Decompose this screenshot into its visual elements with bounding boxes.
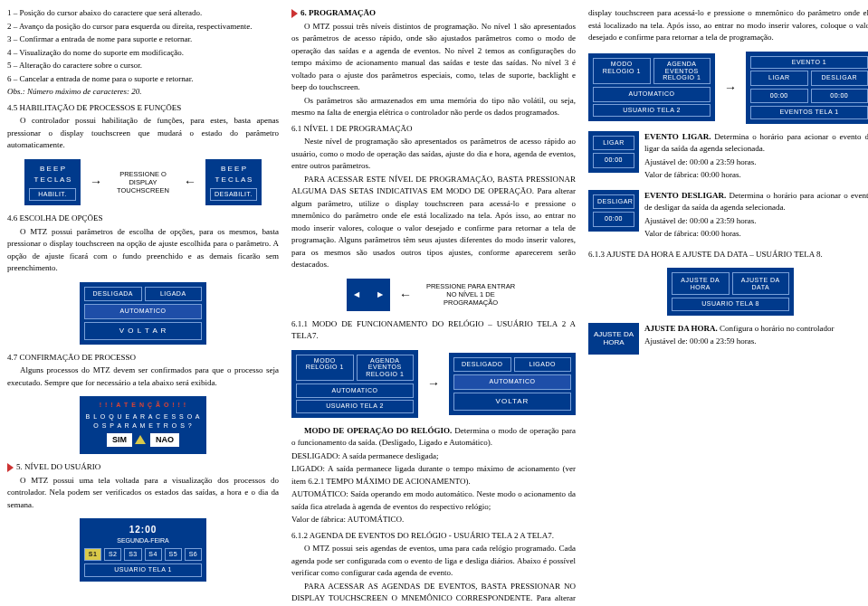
- screen-evento1: EVENTO 1 LIGAR DESLIGAR 00:00 00:00 EVEN…: [746, 52, 868, 124]
- opt-automatico: AUTOMATICO: [84, 304, 202, 319]
- time-ligar: 00:00: [750, 89, 808, 104]
- paragraph: O controlador possui habilitação de funç…: [7, 115, 279, 152]
- triangle-icon: [7, 463, 14, 472]
- section-4-5: 4.5 HABILITAÇÃO DE PROCESSOS E FUNÇÕES: [7, 102, 279, 115]
- line: 6 – Cancelar a entrada de nome para o su…: [7, 73, 279, 86]
- section-6-title: 6. PROGRAMAÇÃO: [300, 8, 376, 17]
- btn-desligar: DESLIGAR: [593, 194, 634, 210]
- screen-modo-opts: DESLIGADO LIGADO AUTOMATICO VOLTAR: [449, 353, 576, 415]
- diagram-modo-relogio: MODO RELOGIO 1 AGENDA EVENTOS RELOGIO 1 …: [291, 350, 576, 418]
- paragraph: EVENTO LIGAR. Determina o horário para a…: [644, 131, 868, 156]
- s2: S2: [104, 548, 121, 562]
- paragraph: Os parâmetros são armazenados em uma mem…: [291, 95, 576, 119]
- section-6-1-2: 6.1.2 AGENDA DE EVENTOS DO RELÓGIO - USU…: [291, 530, 576, 543]
- screen-beep-desabilit: B E E P T E C L A S DESABILIT.: [205, 159, 262, 206]
- row-evento-desligar: DESLIGAR 00:00 EVENTO DESLIGAR. Determin…: [588, 190, 868, 241]
- line: LIGADO: A saída permanece ligada durante…: [291, 463, 576, 488]
- label: T E C L A S: [210, 175, 257, 185]
- time-desligar: 00:00: [811, 89, 869, 104]
- arrow-right-icon: →: [724, 81, 737, 94]
- line: Ajustável de: 00:00 a 23:59 horas.: [644, 215, 868, 228]
- screen-ajuste-hora: AJUSTE DA HORA: [588, 323, 639, 355]
- opt-ligado: LIGADO: [514, 357, 572, 373]
- line: 2 – Avanço da posição do cursor para esq…: [7, 21, 279, 33]
- subhead: EVENTO DESLIGAR.: [644, 191, 726, 200]
- state-desabilit: DESABILIT.: [210, 188, 257, 202]
- line: 4 – Visualização do nome do suporte em m…: [7, 47, 279, 60]
- weekday: SEGUNDA-FEIRA: [84, 536, 202, 546]
- line: AUTOMÁTICO: Saída operando em modo autom…: [291, 488, 576, 513]
- usuario-tela-2: USUARIO TELA 2: [593, 104, 711, 118]
- screen-beep-habilit: B E E P T E C L A S HABILIT.: [24, 159, 81, 206]
- screen-ligar: LIGAR 00:00: [588, 131, 639, 173]
- btn-agenda-eventos: AGENDA EVENTOS RELOGIO 1: [653, 58, 711, 84]
- opt-desligada: DESLIGADA: [84, 287, 142, 302]
- screen-opcoes: DESLIGADA LIGADA AUTOMATICO V O L T A R: [80, 282, 206, 345]
- state-habilit: HABILIT.: [29, 188, 76, 202]
- screen-ajuste: AJUSTE DA HORA AJUSTE DA DATA USUARIO TE…: [667, 268, 794, 316]
- caption: PRESSIONE PARA ENTRAR NO NÍVEL 1 DE PROG…: [421, 282, 520, 307]
- section-4-7: 4.7 CONFIRMAÇÃO DE PROCESSO: [7, 352, 279, 365]
- usuario-tela-8: USUARIO TELA 8: [672, 298, 789, 311]
- row-ajuste-hora: AJUSTE DA HORA AJUSTE DA HORA. Configura…: [588, 323, 868, 355]
- screen-agenda-src: MODO RELOGIO 1 AGENDA EVENTOS RELOGIO 1 …: [588, 53, 715, 121]
- usuario-tela-1: USUARIO TELA 1: [84, 563, 202, 577]
- btn-desligar: DESLIGAR: [811, 71, 869, 86]
- warning-icon: [135, 435, 146, 444]
- line: Ajustável de: 00:00 a 23:59 horas.: [644, 336, 868, 348]
- section-4-6: 4.6 ESCOLHA DE OPÇÕES: [7, 213, 279, 225]
- diagram-enter-level1: ◀ ▶ ← PRESSIONE PARA ENTRAR NO NÍVEL 1 D…: [291, 279, 576, 311]
- section-6-1-3: 6.1.3 AJUSTE DA HORA E AJUSTE DA DATA – …: [588, 249, 868, 261]
- paragraph: PARA ACESSAR AS AGENDAS DE EVENTOS, BAST…: [291, 581, 576, 606]
- lbl-automatico: AUTOMATICO: [593, 87, 711, 102]
- section-5: 5. NÍVEL DO USUÁRIO: [7, 461, 279, 474]
- line: Valor de fábrica: 00:00 horas.: [644, 169, 868, 182]
- btn-ligar: LIGAR: [593, 136, 634, 151]
- btn-modo-relogio: MODO RELOGIO 1: [296, 355, 354, 381]
- paragraph: O MTZ possui seis agendas de eventos, um…: [291, 543, 576, 580]
- btn-voltar: VOLTAR: [453, 393, 571, 411]
- paragraph: Alguns processos do MTZ devem ser confir…: [7, 365, 279, 389]
- paragraph: MODO DE OPERAÇÃO DO RELÓGIO. Determina o…: [291, 425, 576, 450]
- btn-sim: SIM: [107, 433, 132, 448]
- lbl-automatico: AUTOMATICO: [296, 383, 414, 399]
- line: DESLIGADO: A saída permanece desligada;: [291, 450, 576, 463]
- paragraph: O MTZ possui uma tela voltada para a vis…: [7, 475, 279, 512]
- paragraph: Neste nível de programação são apresenta…: [291, 136, 576, 173]
- triangle-icon: [291, 9, 298, 18]
- section-5-title: 5. NÍVEL DO USUÁRIO: [16, 462, 100, 471]
- usuario-tela-2: USUARIO TELA 2: [296, 400, 414, 413]
- diagram-opcoes: DESLIGADA LIGADA AUTOMATICO V O L T A R: [7, 282, 279, 345]
- column-2: 6. PROGRAMAÇÃO O MTZ possui três níveis …: [291, 7, 576, 606]
- btn-ajuste-data: AJUSTE DA DATA: [732, 272, 790, 295]
- arrow-left-icon: ←: [184, 175, 196, 188]
- s3: S3: [124, 548, 141, 562]
- btn-ligar: LIGAR: [750, 71, 808, 86]
- paragraph: display touchscreen para acessá-lo e pre…: [588, 7, 868, 44]
- btn-agenda-eventos: AGENDA EVENTOS RELOGIO 1: [357, 355, 415, 381]
- caption: PRESSIONE O DISPLAY TOUCHSCREEN: [111, 170, 175, 194]
- s6: S6: [185, 548, 202, 562]
- paragraph: EVENTO DESLIGAR. Determina o horário par…: [644, 190, 868, 214]
- eventos-tela-1: EVENTOS TELA 1: [750, 106, 868, 119]
- btn-voltar: V O L T A R: [84, 322, 202, 340]
- time: 00:00: [593, 153, 634, 168]
- section-6-1: 6.1 NÍVEL 1 DE PROGRAMAÇÃO: [291, 123, 576, 136]
- opt-automatico: AUTOMATICO: [453, 374, 571, 390]
- subhead: EVENTO LIGAR.: [644, 132, 711, 141]
- screen-desligar: DESLIGAR 00:00: [588, 190, 639, 232]
- lbl-ajuste-hora: AJUSTE DA HORA: [593, 330, 634, 347]
- line: 5 – Alteração do caractere sobre o curso…: [7, 60, 279, 72]
- line: Valor de fábrica: AUTOMÁTICO.: [291, 514, 576, 526]
- line: 1 – Posição do cursor abaixo do caracter…: [7, 7, 279, 20]
- s5: S5: [165, 548, 182, 562]
- section-6-1-1: 6.1.1 MODO DE FUNCIONAMENTO DO RELÓGIO –…: [291, 318, 576, 343]
- paragraph: PARA ACESSAR ESTE NÍVEL DE PROGRAMAÇÃO, …: [291, 174, 576, 271]
- diagram-ajuste: AJUSTE DA HORA AJUSTE DA DATA USUARIO TE…: [588, 268, 868, 316]
- s1: S1: [84, 548, 101, 562]
- text: Configura o horário no controlador: [718, 324, 835, 333]
- warn-question: B L O Q U E A R A C E S S O A O S P A R …: [84, 412, 202, 431]
- label: B E E P: [29, 164, 76, 175]
- subhead: MODO DE OPERAÇÃO DO RELÓGIO.: [304, 426, 452, 435]
- lbl-evento1: EVENTO 1: [750, 56, 868, 70]
